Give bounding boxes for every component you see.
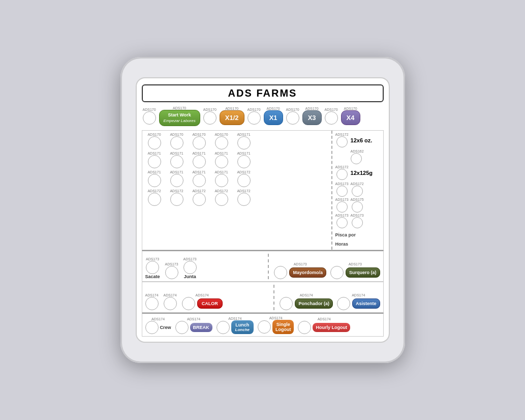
- right-circle[interactable]: [336, 201, 348, 213]
- grid-circle[interactable]: [193, 174, 206, 187]
- section-2: ADS173 Sacate ADS173 ADS173 Junta: [142, 250, 384, 282]
- grid-cell: ADS171: [167, 152, 187, 168]
- junta-circle[interactable]: [183, 261, 197, 274]
- calor-button[interactable]: CALOR: [197, 298, 223, 309]
- asistente-button[interactable]: Asistente: [352, 298, 380, 309]
- grid-cell: ADS171: [144, 170, 165, 187]
- right-circle[interactable]: [336, 186, 348, 197]
- x1-button[interactable]: X1: [264, 110, 283, 125]
- surquero-circle[interactable]: [330, 266, 344, 279]
- grid-circle[interactable]: [215, 193, 228, 206]
- x12-button[interactable]: X1/2: [220, 110, 244, 125]
- grid-circle[interactable]: [215, 174, 228, 187]
- single-logout-cell: ADS174 Single Logout: [258, 316, 294, 334]
- right-circle[interactable]: [352, 217, 363, 228]
- asistente-circle[interactable]: [337, 297, 350, 310]
- grid-circle[interactable]: [215, 136, 228, 149]
- circle-4[interactable]: [286, 111, 299, 125]
- grid-cell: ADS172: [234, 170, 254, 187]
- right-circle[interactable]: [336, 136, 348, 147]
- grid-cell: ADS170: [144, 133, 165, 149]
- crew-circle[interactable]: [145, 321, 159, 334]
- single-logout-circle[interactable]: [258, 320, 271, 334]
- top-circle-1: ADS170: [143, 108, 156, 125]
- top-control-row: ADS170 ADS170 Start Work Empezar Labores…: [142, 106, 384, 126]
- top-circle-2: ADS170: [203, 108, 217, 125]
- mayordomo-cell: ADS173 Mayordomo/a: [274, 262, 326, 279]
- grid-circle[interactable]: [170, 193, 183, 206]
- grid-row-4: ADS172 ADS172 ADS172 ADS172 ADS172: [144, 189, 329, 206]
- hourly-logout-circle[interactable]: [298, 321, 311, 334]
- right-circle[interactable]: [351, 153, 362, 164]
- grid-cell: ADS172: [189, 189, 209, 206]
- sacate-circle[interactable]: [146, 261, 159, 274]
- grid-circle[interactable]: [215, 155, 228, 168]
- hourly-logout-button[interactable]: Hourly Logout: [313, 323, 350, 332]
- grid-circle[interactable]: [170, 174, 183, 187]
- right-row-2: ADS172 12x125g: [335, 165, 381, 180]
- circle-1[interactable]: [143, 111, 156, 125]
- grid-cell: ADS171: [144, 152, 165, 168]
- lunch-button[interactable]: Lunch Lonche: [231, 320, 254, 334]
- left-grid-panel: ADS170 ADS170 ADS170 ADS170 ADS171 ADS17…: [142, 131, 332, 250]
- grid-circle[interactable]: [237, 155, 251, 168]
- lunch-circle[interactable]: [217, 321, 230, 334]
- grid-cell: ADS172: [211, 189, 232, 206]
- crew-cell: ADS174 Crew: [145, 317, 171, 334]
- ponchador-circle[interactable]: [280, 297, 293, 310]
- right-circle[interactable]: [352, 201, 363, 213]
- mayordomo-circle[interactable]: [274, 266, 287, 279]
- grid-cell: ADS172: [167, 189, 187, 206]
- right-circle[interactable]: [336, 217, 348, 228]
- grid-circle[interactable]: [148, 174, 161, 187]
- surquero-button[interactable]: Surquero (a): [346, 267, 380, 278]
- circle[interactable]: [165, 266, 178, 279]
- grid-cell: ADS171: [234, 133, 254, 149]
- mayordomo-button[interactable]: Mayordomo/a: [289, 267, 326, 278]
- grid-circle[interactable]: [170, 136, 183, 149]
- circle-3[interactable]: [248, 111, 261, 125]
- grid-circle[interactable]: [148, 193, 161, 206]
- grid-cell: ADS170: [167, 133, 187, 149]
- grid-row-3: ADS171 ADS171 ADS171 ADS171 ADS172: [144, 170, 329, 187]
- grid-circle[interactable]: [148, 136, 161, 149]
- circle[interactable]: [145, 297, 159, 310]
- section2-circle2: ADS173: [165, 262, 178, 279]
- ponchador-button[interactable]: Ponchador (a): [295, 298, 333, 309]
- sacate-cell: ADS173 Sacate: [145, 257, 160, 279]
- grid-cell: ADS171: [234, 152, 254, 168]
- break-button[interactable]: BREAK: [190, 323, 212, 332]
- right-circle[interactable]: [336, 169, 348, 180]
- top-circle-3: ADS170: [248, 108, 261, 125]
- grid-row-1: ADS170 ADS170 ADS170 ADS170 ADS171: [144, 133, 329, 149]
- grid-circle[interactable]: [237, 193, 251, 206]
- grid-cell: ADS171: [167, 170, 187, 187]
- circle-2[interactable]: [203, 111, 217, 125]
- section-3: ADS174 ADS174 ADS174 CALOR: [142, 282, 384, 313]
- circle-5[interactable]: [325, 111, 338, 125]
- grid-circle[interactable]: [193, 155, 206, 168]
- single-logout-button[interactable]: Single Logout: [272, 320, 294, 334]
- grid-circle[interactable]: [193, 193, 206, 206]
- start-work-item: ADS170 Start Work Empezar Labores: [159, 106, 200, 126]
- grid-circle[interactable]: [170, 155, 183, 168]
- grid-cell: ADS171: [189, 152, 209, 168]
- x3-button[interactable]: X3: [302, 110, 322, 125]
- circle[interactable]: [164, 297, 177, 310]
- break-circle[interactable]: [175, 321, 189, 334]
- right-circle[interactable]: [352, 186, 363, 197]
- calor-circle[interactable]: [182, 297, 195, 310]
- grid-row-2: ADS171 ADS171 ADS171 ADS171 ADS171: [144, 152, 329, 168]
- right-row-1: ADS172 12x6 oz.: [335, 133, 381, 147]
- section3-circle2: ADS174: [164, 293, 177, 310]
- grid-circle[interactable]: [193, 136, 206, 149]
- x3-item: ADS170 X3: [302, 107, 322, 125]
- grid-cell: ADS172: [234, 189, 254, 206]
- grid-circle[interactable]: [237, 174, 251, 187]
- calor-cell: ADS174 CALOR: [182, 293, 223, 310]
- grid-circle[interactable]: [148, 155, 161, 168]
- section-4: ADS174 Crew ADS174 BREAK ADS174: [142, 313, 384, 337]
- x4-button[interactable]: X4: [341, 110, 360, 125]
- start-work-button[interactable]: Start Work Empezar Labores: [159, 110, 200, 126]
- grid-circle[interactable]: [237, 136, 251, 149]
